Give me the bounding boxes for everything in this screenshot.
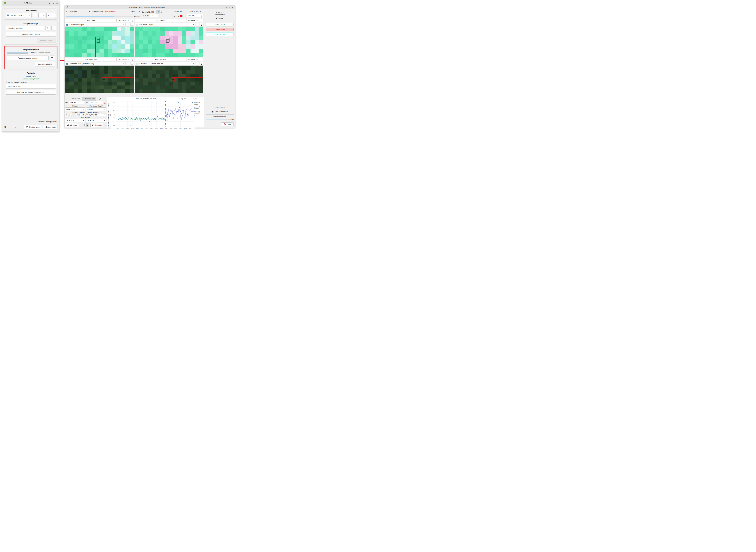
acatama-titlebar[interactable]: AcATaMa ∨ ∧ ✕ [2, 1, 59, 6]
reset-axes-home-icon[interactable]: ⌂ [201, 98, 203, 100]
window-close-icon[interactable]: ✕ [232, 6, 233, 8]
class-button-stable-forest[interactable]: Stable Forest [206, 23, 234, 26]
advanced-button[interactable]: Advanced [65, 123, 79, 127]
open-external-plot-icon[interactable] [105, 124, 106, 126]
legend-item[interactable]: predicted values (2) [191, 111, 203, 114]
sampling-browse-button[interactable]: ... [51, 26, 56, 30]
close-button[interactable]: ✕ Close [221, 122, 234, 126]
last-sample-button[interactable]: » [139, 10, 140, 13]
map-canvas-2020-mean[interactable] [135, 27, 203, 57]
view-scale-2020-last-pixel[interactable]: view scale: 1.0∧∨ [187, 58, 203, 61]
response-grid-settings-button[interactable] [50, 55, 55, 60]
zoom-in-icon[interactable]: + [193, 98, 194, 100]
window-minimize-icon[interactable]: ∨ [226, 6, 227, 8]
current-sample-label[interactable]: Current sample [91, 11, 103, 12]
box-select-icon[interactable] [187, 98, 188, 99]
thematic-layer-combo[interactable]: Thematic - 2019-2020 ▼ [6, 13, 32, 18]
goto-id-input[interactable] [150, 14, 158, 17]
date-from-combo[interactable]: 2010-01-01▼ [65, 119, 85, 122]
map-canvas-2020-last-pixel[interactable] [135, 66, 203, 93]
timeseries-chart[interactable]: Lat: 2.5976 Lon: -74.25389 + − × ⌂ Surfa… [107, 97, 204, 127]
timeseries-plot-button[interactable] [156, 10, 160, 13]
layer-combo-2019-mean[interactable]: 2019 mean Tinigua▼ [65, 23, 126, 26]
class-button-deforestation[interactable]: Deforestation [206, 28, 234, 31]
map-canvas-2019-mean[interactable] [65, 27, 134, 57]
sampling-unit-color-swatch[interactable] [180, 15, 183, 17]
first-sample-button[interactable]: « [66, 10, 67, 13]
thematic-browse-button[interactable]: ... [33, 13, 37, 18]
previous-chevron-icon[interactable]: ‹ [69, 10, 69, 13]
map-canvas-2019-last-pixel[interactable] [65, 66, 134, 93]
dataset-combo[interactable]: Landsat C2▼ [65, 108, 85, 111]
zoom-to-sample-spinbox[interactable]: 200.0 m ∧∨ [187, 14, 203, 17]
view-scale-2019-mean[interactable]: view scale: 1.0∧∨ [117, 19, 134, 22]
svg-text:0.15: 0.15 [113, 117, 115, 119]
legend-item[interactable]: observed values [191, 102, 203, 105]
pick-on-map-button[interactable]: ⌖ Pick on Map [82, 97, 96, 101]
chart-plot-area[interactable]: 2010201120122013201420152016201720182019… [111, 100, 195, 130]
pan-icon[interactable] [184, 98, 186, 100]
autoscale-icon[interactable]: × [198, 98, 200, 100]
dock-close-icon[interactable]: ✕ [56, 2, 58, 4]
layer-symbology-button[interactable] [130, 23, 134, 26]
layer-browse-button[interactable]: ... [196, 62, 199, 65]
camera-icon[interactable] [178, 98, 180, 99]
layer-combo-2020-mean[interactable]: 2020 mean Tinigua▼ [135, 23, 195, 26]
layer-browse-button[interactable]: ... [196, 23, 199, 26]
zoom-icon[interactable] [181, 98, 183, 99]
layer-symbology-button[interactable] [200, 23, 203, 26]
sampling-method-combo[interactable]: ⁖ stratified sampling ▼ [6, 26, 44, 30]
next-button[interactable]: Next [131, 11, 135, 12]
layer-browse-button[interactable]: ... [126, 62, 130, 65]
lat-input[interactable] [69, 101, 84, 104]
open-plot-config-icon[interactable] [81, 125, 82, 126]
save-state-button[interactable]: Save state [43, 125, 57, 129]
compute-accuracy-button[interactable]: Compute the accuracy assessment [6, 90, 56, 95]
sampling-design-window-button[interactable]: Sampling design window [6, 32, 56, 37]
dock-collapse-icon[interactable]: ∨ [49, 2, 50, 4]
response-progress-text: 502 / 502 samples labeled [30, 52, 50, 54]
dock-float-icon[interactable]: ∧ [52, 2, 54, 4]
layer-browse-button[interactable]: ... [126, 23, 130, 26]
lock-axes-button[interactable] [86, 123, 88, 127]
unlabel-sample-button[interactable]: unlabel sample [206, 107, 234, 109]
response-design-window-button[interactable]: Response design window [7, 55, 48, 60]
clear-coordinates-icon[interactable] [99, 98, 101, 100]
zoom-out-icon[interactable]: − [195, 98, 197, 100]
layer-combo-2020-last-pixel[interactable]: L8 median 2020 (cloud-masked)▼ [135, 62, 195, 65]
thematic-band-combo[interactable]: 1▼ [38, 13, 45, 18]
change-detection-combo[interactable]: Blue, Green, Red, NIR, SWIR1, SWIR2▼ [65, 114, 106, 116]
generate-button[interactable]: ⚙ Generate [90, 123, 103, 127]
class-button-non-stable-forest[interactable]: Non-Stable Forest [206, 32, 234, 36]
auto-next-checkbox[interactable]: ✔ [211, 111, 213, 113]
next-chevron-icon[interactable]: › [136, 10, 136, 13]
layer-symbology-button[interactable] [200, 62, 203, 65]
window-maximize-icon[interactable]: ∧ [229, 6, 230, 8]
view-scale-2020-mean[interactable]: view scale: 1.0∧∨ [187, 19, 203, 22]
restore-state-button[interactable]: Restore state [24, 125, 42, 129]
layer-combo-2019-last-pixel[interactable]: L8 median 2019 (cloud-masked)▼ [65, 62, 126, 65]
reload-sampling-button[interactable]: ⟳ [45, 26, 50, 30]
layer-symbology-button[interactable] [130, 62, 134, 65]
sampling-report-button[interactable]: Sampling report [37, 38, 56, 43]
zoom-to-coordinate-icon[interactable] [104, 102, 106, 104]
view-scale-2019-last-pixel[interactable]: view scale: 1.0∧∨ [117, 58, 134, 61]
band-index-combo[interactable]: SWIR1▼ [86, 108, 107, 111]
save-plot-config-icon[interactable] [83, 124, 85, 126]
size-combo[interactable]: 1 ▼ [177, 15, 179, 17]
sampling-labeled-button[interactable]: Sampling labeled [35, 62, 55, 66]
thematic-nodata-field[interactable]: 0 [46, 13, 56, 18]
date-to-combo[interactable]: 2025-10-12▼ [86, 119, 107, 122]
clear-config-icon[interactable] [15, 126, 17, 128]
legend-item[interactable]: predicted values (1) [191, 106, 203, 109]
lon-input[interactable] [89, 101, 103, 104]
previous-button[interactable]: Previous [70, 11, 77, 12]
setup-button[interactable]: setup [216, 17, 223, 19]
goto-button[interactable]: ›▪ [159, 14, 160, 17]
estimator-combo[interactable]: Stratified estimator▼ [6, 84, 56, 89]
acatama-settings-icon[interactable]: ⚙ [4, 126, 6, 128]
legend-item[interactable]: break lines [191, 115, 203, 117]
lasso-select-icon[interactable] [190, 98, 191, 99]
pan-to-sample-icon[interactable] [160, 11, 162, 13]
rdw-titlebar[interactable]: Response Design Window - stratified samp… [65, 5, 235, 9]
